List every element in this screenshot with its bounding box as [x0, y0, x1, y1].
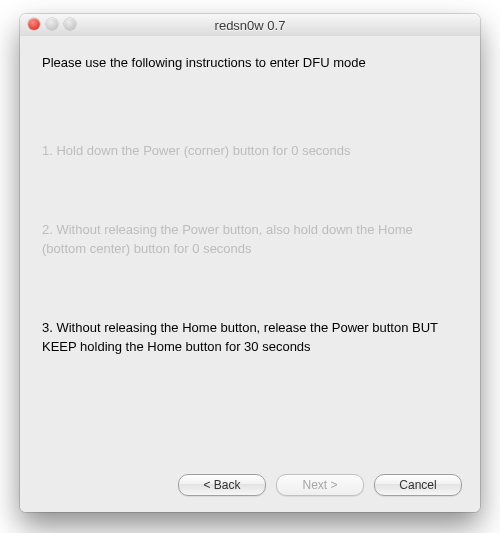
- cancel-button[interactable]: Cancel: [374, 474, 462, 496]
- titlebar[interactable]: redsn0w 0.7: [20, 14, 480, 37]
- instruction-heading: Please use the following instructions to…: [42, 54, 458, 72]
- step-1: 1. Hold down the Power (corner) button f…: [42, 142, 458, 161]
- content-area: Please use the following instructions to…: [20, 36, 480, 512]
- wizard-buttons: < Back Next > Cancel: [178, 474, 462, 496]
- app-window: redsn0w 0.7 Please use the following ins…: [20, 14, 480, 512]
- step-3: 3. Without releasing the Home button, re…: [42, 319, 458, 357]
- back-button[interactable]: < Back: [178, 474, 266, 496]
- minimize-icon[interactable]: [46, 18, 58, 30]
- window-title: redsn0w 0.7: [215, 18, 286, 33]
- step-2: 2. Without releasing the Power button, a…: [42, 221, 458, 259]
- window-controls: [28, 18, 76, 30]
- close-icon[interactable]: [28, 18, 40, 30]
- zoom-icon[interactable]: [64, 18, 76, 30]
- next-button: Next >: [276, 474, 364, 496]
